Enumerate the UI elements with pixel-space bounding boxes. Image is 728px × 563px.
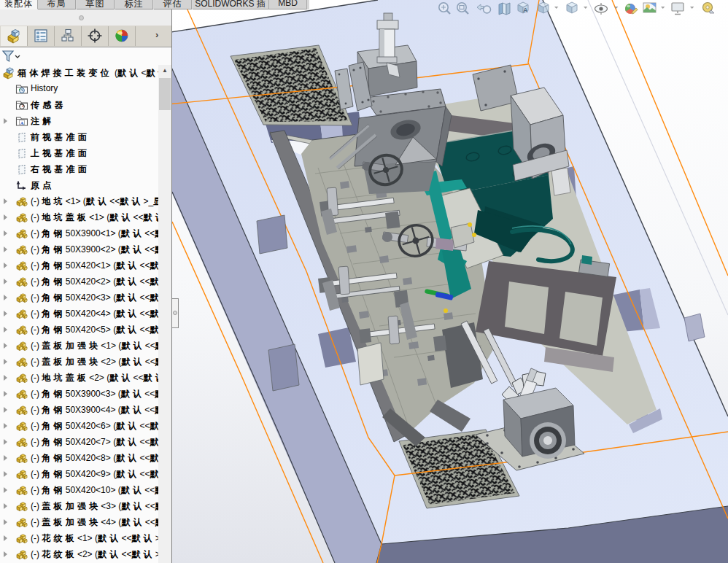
svg-text:A: A xyxy=(20,120,24,125)
svg-text:A: A xyxy=(523,7,528,14)
